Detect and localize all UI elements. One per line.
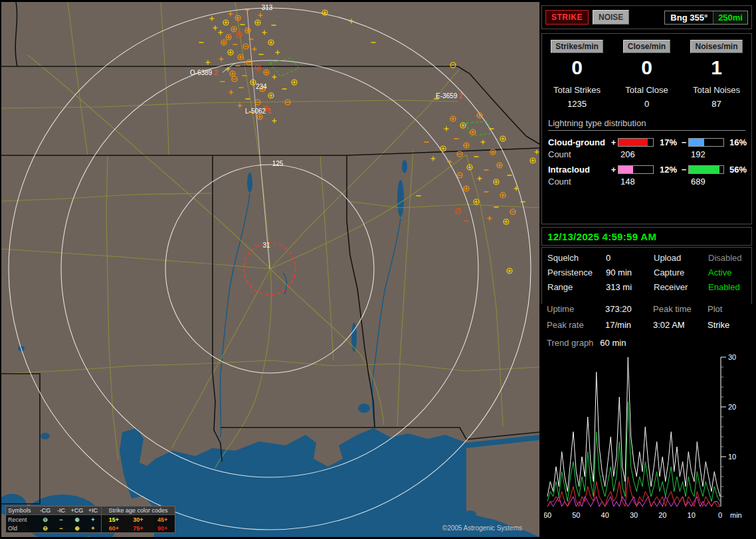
copyright-text: ©2005 Astrogenic Systems (442, 524, 522, 532)
uptime-value: 373:20 (605, 304, 653, 314)
ic-plus-bar (618, 165, 654, 174)
total-strikes-value: 1235 (543, 99, 612, 109)
storm-cell-label: E-3659 2 (436, 92, 463, 100)
svg-text:min: min (730, 511, 742, 519)
legend-col-pcg: +CG (69, 506, 85, 514)
circle-plus-icon: ⊕ (69, 516, 85, 523)
ic-minus-bar (688, 165, 724, 174)
total-close-label: Total Close (613, 85, 682, 95)
plus-icon: + (85, 516, 101, 523)
legend-col-pic: +IC (85, 506, 101, 514)
ic-minus-count: 689 (688, 177, 724, 187)
strikes-per-min-button[interactable]: Strikes/min (551, 40, 603, 53)
top-control-panel: STRIKE NOISE Bng 355° 250mi (541, 5, 752, 29)
map-svg: 31312531O-6389 2L-5062 1E-3659 2234 (1, 2, 539, 537)
cg-plus-bar (618, 138, 654, 147)
status-panel: Squelch 0 Upload Disabled Persistence 90… (541, 247, 752, 307)
cg-minus-bar (688, 138, 724, 147)
strikes-per-min-value: 0 (543, 56, 612, 79)
legend-row-recent: Recent ⊖ − ⊕ + 15+ 30+ 45+ (6, 515, 175, 524)
capture-status: Active (708, 268, 752, 277)
intracloud-row: Intracloud + 12% − 56% Count 148 689 (548, 165, 745, 187)
legend-col-nic: -IC (53, 506, 69, 514)
info-trend-panel: Uptime 373:20 Peak time Plot Peak rate 1… (541, 304, 752, 535)
nexstorm-window: 31312531O-6389 2L-5062 1E-3659 2234 Symb… (0, 0, 756, 539)
ring-label: 125 (272, 160, 284, 167)
statistics-panel: Strikes/min 0 Total Strikes 1235 Close/m… (541, 33, 752, 224)
cloud-ground-row: Cloud-ground + 17% − 16% Count 206 192 (548, 137, 745, 159)
noises-per-min-button[interactable]: Noises/min (690, 40, 742, 53)
minus-sign: − (680, 165, 688, 175)
total-noises-value: 87 (682, 99, 751, 109)
map-legend: Symbols -CG -IC +CG +IC Strike age color… (5, 506, 175, 533)
squelch-value: 0 (606, 253, 654, 263)
plus-sign: + (609, 165, 618, 175)
close-per-min-value: 0 (613, 56, 682, 79)
legend-symbols-title: Symbols (6, 506, 37, 514)
legend-age-title: Strike age color codes (101, 506, 175, 514)
sidebar: STRIKE NOISE Bng 355° 250mi Strikes/min … (540, 0, 756, 539)
close-per-min-button[interactable]: Close/min (623, 40, 670, 53)
ic-plus-count: 148 (618, 177, 654, 187)
trend-graph-duration: 60 min (600, 338, 626, 348)
noises-per-min-stat: Noises/min 1 Total Noises 87 (682, 40, 751, 109)
cg-minus-count: 192 (688, 149, 724, 159)
circle-plus-icon: ⊕ (69, 525, 85, 532)
circle-minus-icon: ⊖ (37, 516, 53, 523)
total-strikes-label: Total Strikes (543, 85, 612, 95)
svg-text:60: 60 (544, 511, 551, 519)
map-canvas[interactable]: 31312531O-6389 2L-5062 1E-3659 2234 Symb… (1, 2, 539, 537)
total-close-value: 0 (613, 99, 682, 109)
cg-plus-count: 206 (618, 149, 654, 159)
storm-cell-label: L-5062 1 (245, 108, 272, 115)
noise-button[interactable]: NOISE (593, 10, 629, 25)
datetime-display: 12/13/2025 4:59:59 AM (547, 231, 656, 242)
svg-text:30: 30 (630, 511, 638, 519)
svg-text:30: 30 (728, 353, 736, 361)
minus-sign: − (680, 137, 688, 147)
plus-icon: + (85, 525, 101, 532)
svg-text:20: 20 (728, 403, 736, 411)
storm-cell-label: 234 (256, 83, 267, 90)
noises-per-min-value: 1 (682, 56, 751, 79)
plus-sign: + (609, 137, 618, 147)
peak-rate-value: 17/min (605, 320, 653, 330)
svg-text:50: 50 (572, 511, 580, 519)
strike-button[interactable]: STRIKE (545, 10, 589, 25)
peak-time-value: 3:02 AM (653, 320, 708, 330)
lightning-distribution: Lightning type distribution Cloud-ground… (542, 109, 751, 187)
plot-type-value: Strike (708, 320, 751, 330)
receiver-status: Enabled (708, 282, 752, 292)
upload-status: Disabled (708, 253, 752, 263)
close-per-min-stat: Close/min 0 Total Close 0 (613, 40, 682, 109)
minus-icon: − (53, 516, 69, 523)
svg-text:10: 10 (728, 453, 736, 461)
distribution-title: Lightning type distribution (548, 118, 745, 131)
total-noises-label: Total Noises (682, 85, 751, 95)
strikes-per-min-stat: Strikes/min 0 Total Strikes 1235 (543, 40, 612, 109)
trend-graph-label: Trend graph (547, 338, 593, 348)
circle-minus-icon: ⊖ (37, 525, 53, 532)
svg-text:0: 0 (718, 511, 722, 519)
ring-label: 313 (262, 4, 273, 11)
storm-cell-label: O-6389 2 (190, 69, 218, 76)
trend-graph-chart: 1020306050403020100min (544, 352, 751, 523)
persistence-value: 90 min (606, 268, 654, 277)
clock-panel: 12/13/2025 4:59:59 AM (541, 227, 752, 246)
minus-icon: − (53, 525, 69, 532)
range-value: 313 mi (606, 282, 654, 292)
legend-col-ncg: -CG (37, 506, 53, 514)
bearing-box: Bng 355° 250mi (664, 11, 748, 25)
bearing-range-value: 250mi (713, 11, 747, 24)
svg-text:40: 40 (601, 511, 609, 519)
svg-text:10: 10 (688, 511, 696, 519)
bearing-value: Bng 355° (665, 11, 713, 24)
ring-label: 31 (262, 242, 270, 249)
svg-text:20: 20 (658, 511, 666, 519)
legend-row-old: Old ⊖ − ⊕ + 60+ 75+ 90+ (6, 524, 175, 532)
